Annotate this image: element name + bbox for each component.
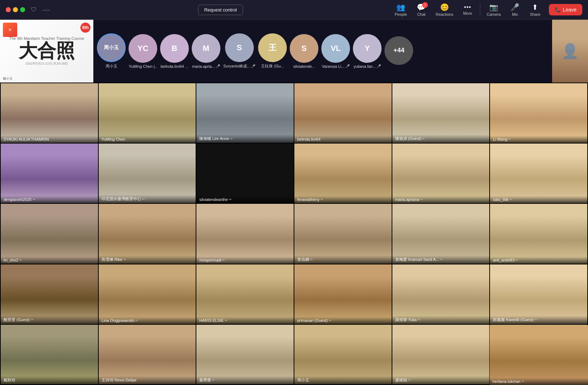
- video-cell-0: SYAUKI AULIA THAMRIN: [1, 83, 98, 143]
- participant-yuming[interactable]: YC YuMing Chen (..: [129, 34, 157, 69]
- name-overlay-14: mirapermadi✏: [196, 257, 294, 264]
- participant-yuliana[interactable]: Y yuliana.fan... 🎤: [353, 34, 382, 69]
- slide-logo: 華: [3, 23, 17, 37]
- participant-name-row: 周小玉: [106, 64, 117, 69]
- name-overlay-11: satu_titik✏: [490, 196, 587, 203]
- toolbar-mic[interactable]: 🎤 Mic: [506, 1, 524, 18]
- reactions-label: Reactions: [436, 12, 453, 17]
- name-overlay-10: maria.apriana✏: [392, 196, 490, 203]
- video-cell-4: 陳淑貞 (Guest)✏: [392, 83, 490, 143]
- mute-icon: 🎤: [345, 64, 350, 68]
- video-cell-8: silviatendeanthe✏: [196, 144, 294, 203]
- name-overlay-16: 黃梅愛 Imanuel Santi A...✏: [392, 255, 490, 264]
- video-cell-1: YuMing Chen: [99, 83, 196, 143]
- people-label: People: [395, 12, 407, 17]
- name-overlay-18: 醋景景 (Guest)✏: [1, 316, 98, 324]
- name-overlay-23: 郭麗麗 Kweelili (Guest)✏: [490, 316, 587, 324]
- participant-zhouxiaoyu[interactable]: 周小玉 周小玉: [97, 33, 126, 69]
- participant-wang[interactable]: 王 王柱珠 (Gu...: [258, 33, 287, 69]
- reactions-icon: 😊: [440, 3, 449, 11]
- window-dots: [6, 7, 25, 12]
- camera-icon: 📷: [489, 3, 498, 11]
- name-overlay-17: anli_andri83✏: [490, 257, 587, 264]
- name-overlay-2: 陳俐橘 Lee Anne✏: [196, 135, 294, 143]
- name-overlay-8: silviatendeanthe✏: [196, 196, 294, 203]
- name-overlay-3: belinda.lim64: [294, 136, 392, 143]
- toolbar-more[interactable]: ••• More: [458, 3, 477, 17]
- video-cell-12: lin_she2✏: [1, 204, 98, 263]
- top-bar-center: Request control: [50, 5, 391, 15]
- name-overlay-15: 黃信綱✏: [294, 255, 392, 264]
- video-cell-10: maria.apriana✏: [392, 144, 490, 203]
- name-overlay-28: 廖婧娟✏: [392, 376, 490, 384]
- participant-more[interactable]: +44: [384, 36, 413, 66]
- participant-vanessa[interactable]: VL Vanessa Li... 🎤: [321, 34, 350, 69]
- video-cell-20: HARIS ELSIE✏: [196, 264, 294, 324]
- maximize-dot[interactable]: [20, 7, 25, 12]
- toolbar-camera[interactable]: 📷 Camera: [483, 1, 504, 18]
- call-timer: --:--: [42, 7, 50, 13]
- video-cell-16: 黃梅愛 Imanuel Santi A...✏: [392, 204, 490, 263]
- toolbar-share[interactable]: ⬆ Share: [526, 1, 545, 18]
- video-cell-6: denglaoshi2020✏: [1, 144, 98, 203]
- camera-label: Camera: [487, 12, 501, 17]
- toolbar-chat[interactable]: 💬 Chat !: [412, 1, 431, 18]
- video-cell-14: mirapermadi✏: [196, 204, 294, 263]
- close-dot[interactable]: [6, 7, 11, 12]
- video-cell-22: 羅侑挚 Yulia✏: [392, 264, 490, 324]
- toolbar-people[interactable]: 👥 People: [391, 1, 411, 18]
- minimize-dot[interactable]: [13, 7, 18, 12]
- participant-silvia[interactable]: S silviatende...: [290, 34, 318, 69]
- mute-icon: 🎤: [216, 64, 220, 68]
- leave-label: Leave: [563, 7, 577, 13]
- presentation-slide: 華 9th The 9th Mandarin Teacher Training …: [0, 20, 93, 83]
- name-overlay-22: 羅侑挚 Yulia✏: [392, 316, 490, 324]
- name-overlay-7: 印尼泗水臺灣教育中心✏: [99, 195, 196, 203]
- video-cell-21: primasari (Guest)✏: [294, 264, 392, 324]
- name-overlay-27: 周小玉: [294, 376, 392, 384]
- video-cell-15: 黃信綱✏: [294, 204, 392, 263]
- share-label: Share: [530, 12, 540, 17]
- people-icon: 👥: [396, 3, 405, 11]
- more-label: More: [463, 11, 472, 15]
- slide-logo-char: 華: [9, 28, 11, 32]
- video-cell-11: satu_titik✏: [490, 144, 587, 203]
- video-cell-18: 醋景景 (Guest)✏: [1, 264, 98, 324]
- video-cell-herliana: herliana.lukman✏: [490, 325, 588, 385]
- video-cell-3: belinda.lim64: [294, 83, 392, 143]
- window-controls: 🛡 --:--: [6, 6, 50, 13]
- shield-icon: 🛡: [31, 6, 37, 13]
- mic-icon: 🎤: [510, 3, 519, 11]
- divider: [480, 3, 480, 16]
- chat-badge: !: [422, 2, 428, 8]
- name-overlay-25: 王诗诗 Ressi Delijar: [99, 376, 196, 384]
- participant-suryanto[interactable]: S Suryanto林成... 🎤: [223, 33, 255, 69]
- name-overlay-6: denglaoshi2020✏: [1, 196, 98, 203]
- video-cell-2: 陳俐橘 Lee Anne✏: [196, 83, 294, 143]
- slide-presenter: 楊小玉: [3, 76, 13, 81]
- video-cell-5: Li Wang✏: [490, 83, 587, 143]
- leave-button[interactable]: 📞 Leave: [549, 4, 582, 15]
- video-cell-23: 郭麗麗 Kweelili (Guest)✏: [490, 264, 587, 324]
- participant-maria[interactable]: M maria.apria... 🎤: [192, 34, 220, 69]
- name-overlay-1: YuMing Chen: [99, 136, 196, 143]
- name-overlay-20: HARIS ELSIE✏: [196, 317, 294, 324]
- video-cell-27: 周小玉: [294, 325, 392, 384]
- video-cell-9: ferawatiheny✏: [294, 144, 392, 203]
- video-cell-26: 葉秀蕾✏: [196, 325, 294, 384]
- video-cell-28: 廖婧娟✏: [392, 325, 490, 384]
- name-overlay-herliana: herliana.lukman✏: [490, 378, 588, 385]
- more-icon: •••: [464, 4, 471, 10]
- video-cell-19: Lina Onggowarsito✏: [99, 264, 196, 324]
- name-overlay-19: Lina Onggowarsito✏: [99, 317, 196, 324]
- video-cell-24: 戴秋玲: [1, 325, 98, 384]
- name-overlay-24: 戴秋玲: [1, 376, 98, 384]
- toolbar-reactions[interactable]: 😊 Reactions: [432, 1, 457, 18]
- request-control-button[interactable]: Request control: [198, 5, 243, 15]
- mute-icon: 🎤: [251, 64, 255, 68]
- name-overlay-12: lin_she2✏: [1, 257, 98, 264]
- leave-phone-icon: 📞: [555, 7, 561, 13]
- top-bar: 🛡 --:-- Request control 👥 People 💬 Chat …: [0, 0, 588, 20]
- video-cell-25: 王诗诗 Ressi Delijar: [99, 325, 196, 384]
- participant-belinda[interactable]: B belinda.lim64 ...: [160, 34, 189, 69]
